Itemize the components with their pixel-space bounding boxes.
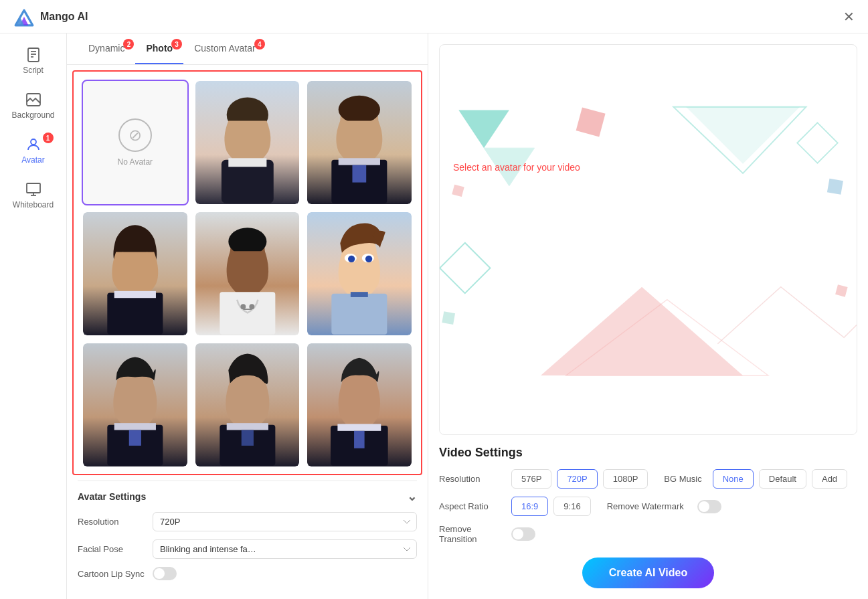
photo-tab-badge: 3 bbox=[171, 39, 182, 50]
svg-rect-43 bbox=[226, 423, 268, 430]
aspect-watermark-row: Aspect Ratio 16:9 9:16 Remove Watermark bbox=[439, 497, 857, 516]
avatar-cell-8[interactable] bbox=[306, 342, 413, 468]
avatar-grid-container: ⊘ No Avatar bbox=[72, 70, 422, 475]
tab-custom-avatar[interactable]: Custom Avatar 4 bbox=[183, 33, 266, 64]
resolution-row: Resolution 720P 576P 1080P bbox=[78, 512, 417, 531]
svg-marker-64 bbox=[458, 110, 509, 148]
avatar-cell-1[interactable] bbox=[194, 80, 301, 205]
avatar-cell-11[interactable]: VIP bbox=[306, 473, 413, 475]
svg-marker-69 bbox=[797, 122, 837, 163]
svg-rect-70 bbox=[827, 179, 843, 195]
app-logo: Mango AI bbox=[13, 6, 88, 27]
svg-rect-31 bbox=[332, 294, 387, 335]
avatar-cell-5[interactable] bbox=[306, 211, 413, 337]
avatar-photo-9 bbox=[83, 475, 187, 475]
sidebar: Script Background 1 Avatar bbox=[0, 33, 67, 599]
avatar-settings-header[interactable]: Avatar Settings ⌄ bbox=[78, 481, 417, 512]
avatar-photo-5 bbox=[307, 212, 412, 335]
svg-point-27 bbox=[240, 304, 246, 309]
svg-rect-66 bbox=[576, 107, 606, 137]
svg-point-35 bbox=[348, 256, 355, 262]
remove-transition-row: Remove Transition bbox=[439, 524, 857, 544]
sidebar-item-avatar[interactable]: 1 Avatar bbox=[4, 130, 63, 171]
avatar-cell-4[interactable] bbox=[194, 211, 301, 337]
cartoon-lip-sync-row: Cartoon Lip Sync bbox=[78, 567, 417, 580]
svg-rect-15 bbox=[228, 158, 266, 167]
resolution-select[interactable]: 720P 576P 1080P bbox=[153, 512, 417, 531]
avatar-photo-7 bbox=[195, 343, 300, 466]
close-button[interactable]: ✕ bbox=[843, 9, 855, 25]
svg-point-17 bbox=[339, 96, 380, 124]
avatar-photo-2 bbox=[307, 81, 412, 204]
avatar-photo-1 bbox=[195, 81, 300, 204]
title-bar: Mango AI ✕ bbox=[0, 0, 868, 33]
svg-rect-44 bbox=[241, 430, 253, 445]
svg-rect-75 bbox=[835, 284, 847, 296]
collapse-icon: ⌄ bbox=[407, 489, 417, 504]
tab-photo[interactable]: Photo 3 bbox=[135, 33, 183, 64]
select-avatar-prompt: Select an avatar for your video bbox=[453, 162, 580, 173]
avatar-cell-2[interactable] bbox=[306, 80, 413, 205]
svg-rect-32 bbox=[351, 292, 368, 297]
svg-rect-47 bbox=[338, 424, 381, 430]
avatar-photo-8 bbox=[307, 343, 412, 466]
avatar-cell-9[interactable] bbox=[82, 473, 189, 475]
bg-music-default-button[interactable]: Default bbox=[759, 469, 806, 489]
avatar-cell-10[interactable]: ⊕ bbox=[194, 473, 301, 475]
svg-rect-23 bbox=[114, 291, 156, 298]
svg-rect-22 bbox=[107, 292, 163, 334]
content-panel: Dynamic 2 Photo 3 Custom Avatar 4 ⊘ No A… bbox=[67, 33, 428, 599]
facial-pose-row: Facial Pose Blinking and intense fa… bbox=[78, 539, 417, 559]
svg-rect-39 bbox=[114, 423, 156, 430]
svg-rect-40 bbox=[129, 430, 141, 445]
bg-music-add-button[interactable]: Add bbox=[812, 469, 847, 489]
avatar-badge: 1 bbox=[43, 133, 54, 143]
sidebar-item-background[interactable]: Background bbox=[4, 85, 63, 126]
avatar-cell-no-avatar[interactable]: ⊘ No Avatar bbox=[82, 80, 189, 205]
avatar-settings: Avatar Settings ⌄ Resolution 720P 576P 1… bbox=[67, 481, 428, 599]
dynamic-tab-badge: 2 bbox=[123, 39, 134, 50]
svg-point-28 bbox=[249, 304, 254, 309]
avatar-cell-6[interactable] bbox=[82, 342, 189, 468]
avatar-cell-7[interactable] bbox=[194, 342, 301, 468]
sidebar-item-whiteboard[interactable]: Whiteboard bbox=[4, 175, 63, 216]
res-576p-button[interactable]: 576P bbox=[511, 469, 551, 489]
video-settings-title: Video Settings bbox=[439, 446, 857, 460]
resolution-bg-row: Resolution 576P 720P 1080P BG Music None… bbox=[439, 469, 857, 489]
no-avatar-icon: ⊘ bbox=[118, 118, 152, 152]
res-1080p-button[interactable]: 1080P bbox=[603, 469, 648, 489]
create-ai-video-button[interactable]: Create AI Video bbox=[582, 558, 714, 588]
preview-panel: Select an avatar for your video Video Se… bbox=[428, 33, 868, 599]
remove-watermark-toggle[interactable] bbox=[697, 500, 721, 513]
custom-tab-badge: 4 bbox=[254, 39, 265, 50]
svg-marker-71 bbox=[440, 243, 491, 294]
aspect-9-16-button[interactable]: 9:16 bbox=[553, 497, 590, 516]
video-settings: Video Settings Resolution 576P 720P 1080… bbox=[439, 435, 857, 588]
sidebar-item-script[interactable]: Script bbox=[4, 40, 63, 82]
svg-rect-74 bbox=[452, 185, 464, 197]
svg-point-36 bbox=[365, 256, 372, 262]
bg-music-none-button[interactable]: None bbox=[713, 469, 754, 489]
svg-rect-3 bbox=[28, 48, 39, 62]
tab-dynamic[interactable]: Dynamic 2 bbox=[78, 33, 135, 64]
facial-pose-select[interactable]: Blinking and intense fa… bbox=[153, 539, 417, 559]
svg-rect-48 bbox=[354, 431, 365, 448]
svg-rect-19 bbox=[339, 158, 380, 165]
avatar-photo-3 bbox=[83, 212, 187, 335]
aspect-16-9-button[interactable]: 16:9 bbox=[511, 497, 548, 516]
avatar-cell-3[interactable] bbox=[82, 211, 189, 337]
cartoon-lip-sync-toggle-wrap bbox=[153, 567, 177, 580]
svg-point-8 bbox=[31, 139, 36, 145]
avatar-tabs: Dynamic 2 Photo 3 Custom Avatar 4 bbox=[67, 33, 428, 65]
svg-marker-72 bbox=[541, 287, 743, 375]
cartoon-lip-sync-toggle[interactable] bbox=[153, 567, 177, 580]
remove-transition-toggle[interactable] bbox=[511, 527, 535, 541]
svg-rect-76 bbox=[442, 311, 455, 325]
svg-rect-20 bbox=[353, 165, 367, 183]
avatar-photo-11 bbox=[307, 475, 412, 475]
avatar-grid: ⊘ No Avatar bbox=[82, 80, 413, 475]
avatar-photo-6 bbox=[83, 343, 187, 466]
avatar-photo-10 bbox=[195, 475, 300, 475]
res-720p-button[interactable]: 720P bbox=[557, 469, 597, 489]
preview-canvas: Select an avatar for your video bbox=[439, 44, 857, 435]
